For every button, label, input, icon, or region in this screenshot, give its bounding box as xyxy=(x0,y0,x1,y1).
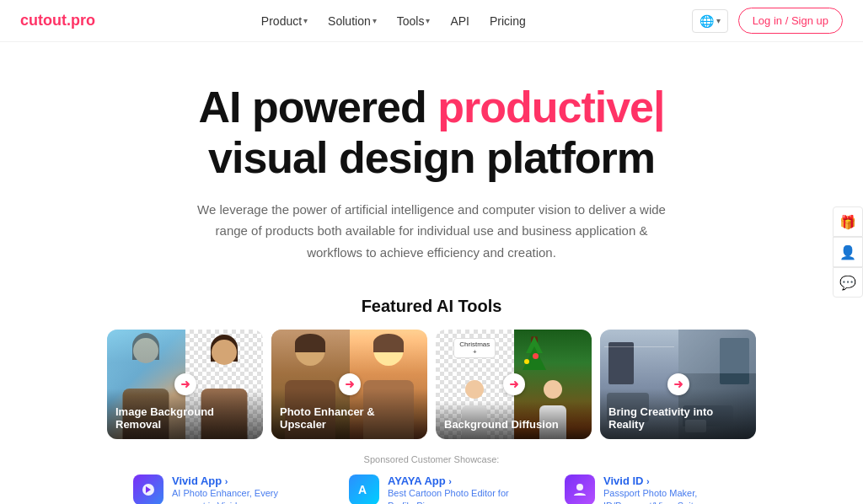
sponsor-vivid-id[interactable]: Vivid ID › Passport Photo Maker, ID/Pass… xyxy=(565,475,730,504)
sponsor-vivid-app[interactable]: Vivid App › AI Photo Enhancer, Every mom… xyxy=(133,475,298,504)
christmas-tag: Christmas+ xyxy=(453,338,496,358)
featured-title: Featured AI Tools xyxy=(17,297,846,316)
product-arrow-icon: ▾ xyxy=(303,16,308,25)
vivid-app-text: Vivid App › AI Photo Enhancer, Every mom… xyxy=(172,475,298,504)
vivid-app-title: Vivid App › xyxy=(172,475,298,487)
logo-accent: .pro xyxy=(67,12,95,29)
sponsored-label: Sponsored Customer Showcase: xyxy=(51,454,812,464)
side-buttons: 🎁 👤 💬 xyxy=(833,206,863,298)
svg-text:A: A xyxy=(358,483,367,496)
header: cutout.pro Product ▾ Solution ▾ Tools ▾ … xyxy=(0,0,863,42)
ayaya-title: AYAYA App › xyxy=(388,475,514,487)
ayaya-subtitle: Best Cartoon Photo Editor for Profile Pi… xyxy=(388,487,514,504)
tool-card-enhancer[interactable]: Photo Enhancer & Upscaler xyxy=(271,330,427,439)
vivid-app-subtitle: AI Photo Enhancer, Every moment is Vivid xyxy=(172,487,298,504)
tool-card-label-bg-removal: Image Background Removal xyxy=(107,389,263,439)
tool-card-label-diffusion: Background Diffusion xyxy=(436,401,592,439)
tools-grid: Image Background Removal xyxy=(17,330,846,439)
header-right: 🌐 ▾ Log in / Sign up xyxy=(692,8,843,34)
logo-text: cutout xyxy=(20,12,67,29)
tool-card-label-enhancer: Photo Enhancer & Upscaler xyxy=(271,389,427,439)
tool-card-diffusion[interactable]: Christmas+ xyxy=(436,330,592,439)
logo[interactable]: cutout.pro xyxy=(20,12,95,29)
solution-arrow-icon: ▾ xyxy=(373,16,377,25)
nav-pricing[interactable]: Pricing xyxy=(481,9,534,33)
lang-arrow-icon: ▾ xyxy=(716,16,721,25)
hero-subtitle: We leverage the power of artificial inte… xyxy=(196,199,667,264)
hero-title-part2: visual design platform xyxy=(208,133,655,182)
vivid-id-title: Vivid ID › xyxy=(603,475,730,487)
hero-title-accent: productive| xyxy=(437,83,664,131)
vivid-app-icon xyxy=(133,475,163,504)
side-chat-button[interactable]: 💬 xyxy=(833,267,863,298)
lang-icon: 🌐 xyxy=(700,14,714,28)
svg-point-2 xyxy=(576,484,583,491)
card4-arrow-icon xyxy=(667,373,689,395)
ayaya-icon: A xyxy=(349,475,379,504)
vivid-id-subtitle: Passport Photo Maker, ID/Passport/Visa, … xyxy=(603,487,730,504)
card2-arrow-icon xyxy=(339,373,361,395)
hero-title: AI powered productive| visual design pla… xyxy=(17,83,846,184)
card3-arrow-icon xyxy=(503,373,525,395)
sponsor-items: Vivid App › AI Photo Enhancer, Every mom… xyxy=(51,475,812,504)
tools-arrow-icon: ▾ xyxy=(426,16,430,25)
vivid-id-icon xyxy=(565,475,595,504)
side-user-button[interactable]: 👤 xyxy=(833,237,863,267)
ayaya-text: AYAYA App › Best Cartoon Photo Editor fo… xyxy=(388,475,514,504)
featured-section: Featured AI Tools Image xyxy=(0,288,863,439)
login-button[interactable]: Log in / Sign up xyxy=(738,8,843,34)
tool-card-creativity[interactable]: Bring Creativity into Reality xyxy=(600,330,756,439)
sponsor-ayaya[interactable]: A AYAYA App › Best Cartoon Photo Editor … xyxy=(349,475,514,504)
nav-solution[interactable]: Solution ▾ xyxy=(319,9,385,33)
nav-api[interactable]: API xyxy=(442,9,478,33)
tool-card-bg-removal[interactable]: Image Background Removal xyxy=(107,330,263,439)
side-gift-button[interactable]: 🎁 xyxy=(833,206,863,237)
language-button[interactable]: 🌐 ▾ xyxy=(692,9,728,33)
nav-product[interactable]: Product ▾ xyxy=(253,9,316,33)
nav-tools[interactable]: Tools ▾ xyxy=(389,9,439,33)
card1-arrow-icon xyxy=(174,373,196,395)
hero-title-part1: AI powered xyxy=(198,83,437,131)
main-nav: Product ▾ Solution ▾ Tools ▾ API Pricing xyxy=(253,9,534,33)
vivid-id-text: Vivid ID › Passport Photo Maker, ID/Pass… xyxy=(603,475,730,504)
tool-card-label-creativity: Bring Creativity into Reality xyxy=(600,389,756,439)
hero-section: AI powered productive| visual design pla… xyxy=(0,42,863,288)
sponsored-section: Sponsored Customer Showcase: Vivid App ›… xyxy=(0,439,863,504)
